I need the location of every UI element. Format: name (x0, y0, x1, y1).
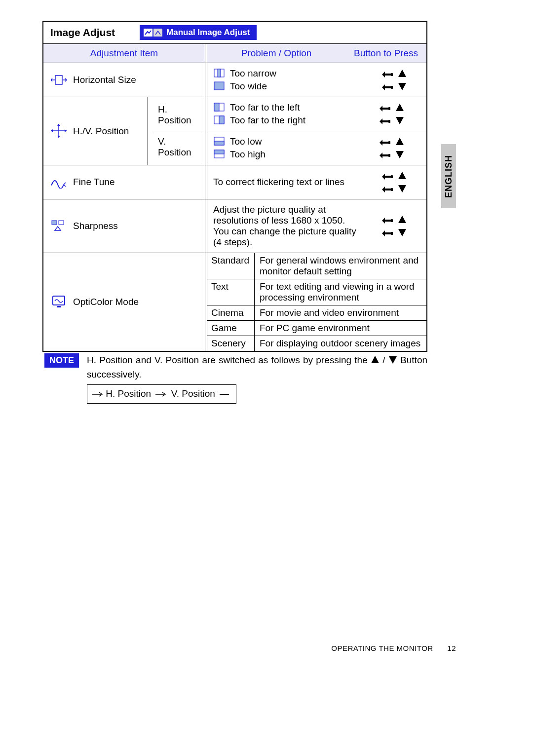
too-low-icon (213, 137, 225, 147)
hpos-label: H. Position (158, 104, 200, 126)
page-footer: OPERATING THE MONITOR 12 (331, 644, 456, 652)
opt-too-right: Too far to the right (230, 115, 305, 126)
note-text: H. Position and V. Position are switched… (87, 353, 427, 404)
note-badge: NOTE (44, 353, 79, 368)
mode-name: Game (207, 321, 255, 336)
mode-desc: For movie and video environment (255, 305, 426, 320)
row-fine-tune: Fine Tune To correct flickering text or … (43, 165, 426, 199)
mode-name: Standard (207, 253, 255, 279)
fine-tune-label: Fine Tune (73, 177, 115, 188)
hvpos-label: H./V. Position (73, 126, 129, 137)
fine-tune-desc: To correct flickering text or lines (213, 177, 359, 188)
badge-icon-1 (144, 29, 152, 37)
header-problem: Problem / Option (207, 44, 345, 63)
fine-tune-icon (50, 176, 68, 189)
opticolor-mode-row: CinemaFor movie and video environment (207, 305, 426, 321)
too-narrow-icon (213, 69, 225, 78)
too-left-icon (213, 103, 225, 113)
mode-desc: For text editing and viewing in a word p… (255, 279, 426, 305)
row-sharpness: Sharpness Adjust the picture quality at … (43, 199, 426, 253)
sharpness-icon (50, 220, 68, 232)
triangle-down-icon (388, 355, 397, 364)
press-down[interactable] (380, 115, 404, 126)
opticolor-mode-row: GameFor PC game environment (207, 321, 426, 336)
triangle-up-icon (371, 355, 380, 364)
press-up[interactable] (382, 214, 407, 225)
opt-too-left: Too far to the left (230, 102, 300, 113)
row-hv-position: H./V. Position H. Position V. Position T… (43, 97, 426, 165)
mode-name: Scenery (207, 336, 255, 351)
opticolor-mode-row: StandardFor general windows environment … (207, 253, 426, 279)
too-right-icon (213, 115, 225, 125)
header-adjustment: Adjustment Item (43, 44, 205, 63)
sharpness-desc: Adjust the picture quality at resolution… (213, 204, 359, 248)
opticolor-mode-row: SceneryFor displaying outdoor scenery im… (207, 336, 426, 351)
badge-label: Manual Image Adjust (166, 28, 250, 38)
footer-section: OPERATING THE MONITOR (331, 644, 433, 652)
press-up[interactable] (380, 102, 404, 113)
opt-too-low: Too low (230, 136, 262, 147)
opt-too-wide: Too wide (230, 81, 267, 92)
press-down[interactable] (382, 227, 407, 238)
opticolor-icon (50, 295, 68, 309)
press-up[interactable] (380, 136, 404, 147)
opticolor-mode-row: TextFor text editing and viewing in a wo… (207, 279, 426, 305)
mode-desc: For PC game environment (255, 321, 426, 336)
hvpos-icon (50, 124, 68, 139)
press-down[interactable] (382, 81, 407, 92)
opt-too-narrow: Too narrow (230, 68, 276, 79)
vpos-label: V. Position (158, 136, 200, 158)
opt-too-high: Too high (230, 149, 266, 160)
row-opticolor: OptiColor Mode StandardFor general windo… (43, 253, 426, 351)
badge-icon-2 (153, 29, 162, 37)
header-button: Button to Press (345, 44, 426, 63)
footer-page: 12 (447, 644, 456, 652)
note-sequence: H. Position V. Position — (87, 384, 236, 404)
section-title: Image Adjust (50, 27, 115, 38)
press-up[interactable] (382, 170, 407, 181)
manual-image-adjust-badge: Manual Image Adjust (140, 25, 257, 40)
too-wide-icon (213, 81, 225, 91)
mode-name: Text (207, 279, 255, 305)
press-up[interactable] (382, 68, 407, 79)
hsize-label: Horizontal Size (73, 75, 136, 85)
mode-name: Cinema (207, 305, 255, 320)
press-down[interactable] (380, 149, 404, 160)
opticolor-label: OptiColor Mode (73, 297, 139, 307)
mode-desc: For general windows environment and moni… (255, 253, 426, 279)
hsize-icon (50, 74, 68, 86)
sharpness-label: Sharpness (73, 221, 118, 231)
mode-desc: For displaying outdoor scenery images (255, 336, 426, 351)
row-horizontal-size: Horizontal Size Too narrow Too wide (43, 63, 426, 97)
language-tab-label: ENGLISH (444, 154, 454, 197)
adjustment-table: Image Adjust Manual Image Adjust Adjustm… (42, 21, 427, 352)
table-header: Adjustment Item Problem / Option Button … (43, 43, 426, 63)
language-tab: ENGLISH (441, 144, 456, 208)
press-down[interactable] (382, 183, 407, 194)
too-high-icon (213, 150, 225, 159)
note-block: NOTE H. Position and V. Position are swi… (44, 353, 427, 404)
